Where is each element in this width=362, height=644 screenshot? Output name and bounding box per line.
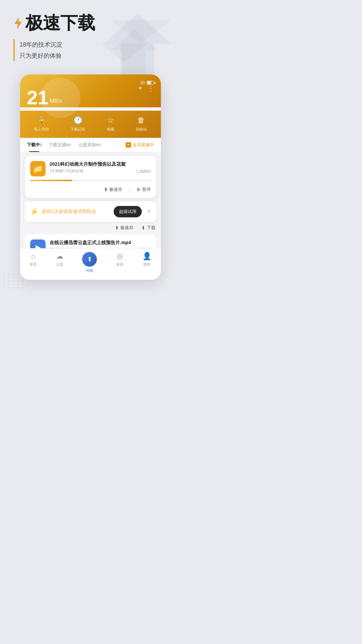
file-name-1: 2021科幻动画大片制作预告以及花絮 [50,161,151,167]
file-speed-1: 1.3MB/s [136,169,151,174]
history-label: 下载记录 [70,127,85,132]
trial-close-button[interactable]: × [147,208,151,215]
folder-icon: 📁 [30,161,46,176]
quick-item-trash[interactable]: 🗑 回收站 [136,116,147,132]
tab-bar: 下载中3 下载完成99+ 云盘添加99+ P 会员加速中 [20,138,161,152]
transfer-circle: ⬆ [82,252,97,267]
progress-fill-1 [30,180,72,181]
hero-section: 极速下载 18年的技术沉淀 只为更好的体验 [0,0,181,68]
tab-completed[interactable]: 下载完成99+ [45,138,75,152]
home-label: 首页 [29,262,37,267]
action-divider [129,187,129,192]
file-info-1: 2021科幻动画大片制作预告以及花絮 73.9MB / 约30分钟 1.3MB/… [50,161,151,174]
vip-icon: P [126,142,131,148]
tab-cloud[interactable]: 云盘添加99+ [75,138,105,152]
favorites-label: 收藏 [107,127,114,132]
menu-button[interactable]: ⋮ [147,85,154,93]
extra-actions-row: ⬆ 极速存 ⬇ 下载 [20,222,161,231]
nav-discover[interactable]: ◎ 发现 [116,252,123,273]
profile-label: 我的 [143,262,150,267]
upload-icon: ⬆ [104,187,108,192]
cloud-icon: ☁ [56,252,63,261]
cloud-badge: 99+ [96,143,102,147]
cloud-label: 云盘 [56,262,63,267]
lock-icon: 🔒 [37,116,46,125]
bottom-nav: ⌂ 首页 ☁ 云盘 ⬆ 传输 ◎ 发现 👤 我的 [20,248,161,280]
file-name-2: 在线云播迅雷云盘正式上线预告片.mp4 [50,239,151,246]
progress-bar-1 [30,180,151,181]
quick-item-private[interactable]: 🔒 私人空间 [34,116,49,132]
super-trial-button[interactable]: 超级试用 [114,206,142,217]
downloading-badge: 3 [40,143,42,147]
star-icon: ☆ [107,116,114,125]
transfer-label: 传输 [86,268,93,273]
nav-profile[interactable]: 👤 我的 [142,252,152,273]
download-extra[interactable]: ⬇ 下载 [141,225,156,231]
private-space-label: 私人空间 [34,127,49,132]
profile-icon: 👤 [142,252,152,261]
hero-subtitle: 18年的技术沉淀 只为更好的体验 [13,39,168,61]
battery-fill [147,81,151,84]
tab-downloading[interactable]: 下载中3 [23,138,45,152]
nav-home[interactable]: ⌂ 首页 [29,252,37,273]
pause-icon: ⏸ [136,187,141,192]
transfer-icon: ⬆ [87,256,92,263]
save-to-cloud-extra[interactable]: ⬆ 极速存 [115,225,133,231]
discover-label: 发现 [116,262,123,267]
phone-mockup: 50 21 MB/s + ⋮ 🔒 私人空间 🕐 下载记录 ☆ 收藏 [20,74,161,280]
quick-access-bar: 🔒 私人空间 🕐 下载记录 ☆ 收藏 🗑 回收站 [20,111,161,138]
phone-header: 50 21 MB/s + ⋮ [20,74,161,107]
trial-text: 获得1次超级加速试用机会 [42,209,110,215]
download-item-1-header: 📁 2021科幻动画大片制作预告以及花絮 73.9MB / 约30分钟 1.3M… [30,161,151,176]
hero-title: 极速下载 [13,13,168,33]
upload-icon-2: ⬆ [115,225,119,230]
completed-badge: 99+ [66,143,72,147]
lightning-icon [13,17,23,29]
compass-icon: ◎ [117,252,123,261]
item-1-actions: ⬆ 极速存 ⏸ 暂停 [30,185,151,193]
file-meta-1: 73.9MB / 约30分钟 1.3MB/s [50,168,151,174]
history-icon: 🕐 [73,116,82,125]
tab-vip[interactable]: P 会员加速中 [122,138,158,152]
quick-item-favorites[interactable]: ☆ 收藏 [107,116,114,132]
battery-icon [147,81,154,85]
add-button[interactable]: + [138,85,142,92]
home-icon: ⌂ [31,252,36,261]
speed-circle-decoration [40,78,80,118]
pause-btn-1[interactable]: ⏸ 暂停 [136,186,151,193]
trash-label: 回收站 [136,127,147,132]
file-size-1: 73.9MB / 约30分钟 [50,168,83,174]
quick-item-history[interactable]: 🕐 下载记录 [70,116,85,132]
download-card-1: 📁 2021科幻动画大片制作预告以及花絮 73.9MB / 约30分钟 1.3M… [25,156,156,198]
trial-lightning-icon: ⚡ [30,208,39,216]
download-icon-2: ⬇ [141,225,145,230]
nav-transfer[interactable]: ⬆ 传输 [82,252,97,273]
trash-icon: 🗑 [137,116,145,125]
nav-cloud[interactable]: ☁ 云盘 [56,252,63,273]
header-actions: + ⋮ [138,85,154,93]
save-to-cloud-btn-1[interactable]: ⬆ 极速存 [104,186,122,193]
super-trial-banner: ⚡ 获得1次超级加速试用机会 超级试用 × [25,201,156,222]
